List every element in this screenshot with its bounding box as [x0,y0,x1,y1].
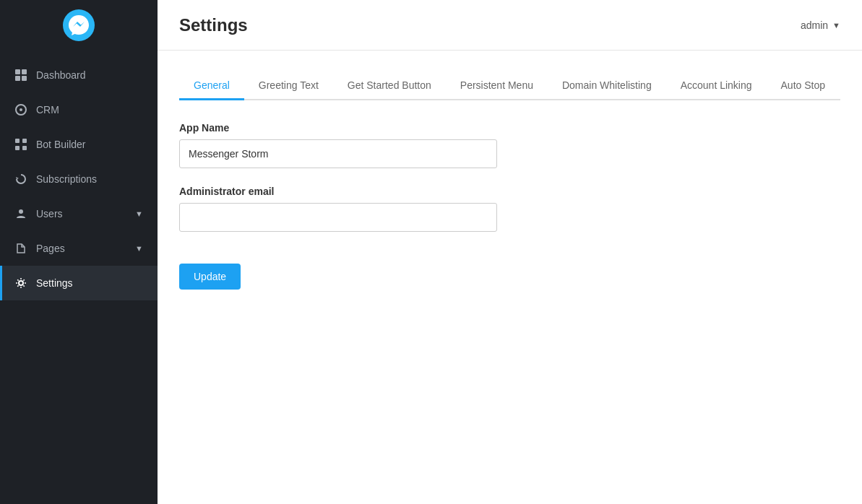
sidebar: Dashboard CRM Bot Builder Subscriptions … [0,0,158,504]
tab-account-linking[interactable]: Account Linking [666,72,767,100]
sidebar-logo [0,0,158,51]
svg-rect-10 [22,146,27,150]
sidebar-item-label: Settings [36,277,73,289]
pages-dropdown-arrow: ▼ [135,244,143,253]
tab-greeting-text[interactable]: Greeting Text [244,72,333,100]
svg-rect-1 [15,69,20,74]
sidebar-item-users[interactable]: Users ▼ [0,196,158,231]
header: Settings admin ▼ [158,0,862,51]
sidebar-item-settings[interactable]: Settings [0,266,158,300]
tab-general[interactable]: General [179,72,244,100]
tab-auto-stop[interactable]: Auto Stop [767,72,840,100]
sidebar-item-label: Bot Builder [36,139,85,150]
admin-menu[interactable]: admin ▼ [801,19,840,31]
admin-email-label: Administrator email [179,186,840,197]
svg-rect-3 [15,76,20,81]
dashboard-icon [14,69,27,82]
tab-domain-whitelisting[interactable]: Domain Whitelisting [548,72,666,100]
sidebar-item-label: Dashboard [36,69,86,81]
svg-rect-4 [22,76,27,81]
sidebar-item-pages[interactable]: Pages ▼ [0,231,158,266]
update-button[interactable]: Update [179,264,241,290]
settings-tabs: General Greeting Text Get Started Button… [179,72,840,100]
settings-icon [14,277,27,290]
svg-rect-7 [15,139,20,143]
bot-builder-icon [14,138,27,151]
sidebar-item-label: CRM [36,104,59,116]
sidebar-item-label: Pages [36,243,65,254]
app-name-label: App Name [179,122,840,134]
app-name-group: App Name [179,122,840,168]
svg-rect-8 [22,139,27,143]
sidebar-item-crm[interactable]: CRM [0,92,158,127]
svg-rect-2 [22,69,27,74]
svg-rect-9 [15,146,20,150]
logo-icon [61,8,96,43]
admin-email-group: Administrator email [179,186,840,232]
page-title: Settings [179,15,248,35]
pages-icon [14,242,27,255]
sidebar-item-label: Users [36,208,63,220]
sidebar-item-bot-builder[interactable]: Bot Builder [0,127,158,162]
sidebar-item-dashboard[interactable]: Dashboard [0,58,158,92]
users-icon [14,207,27,220]
admin-label: admin [801,19,828,31]
sidebar-item-label: Subscriptions [36,173,97,185]
content-area: General Greeting Text Get Started Button… [158,51,862,504]
tab-persistent-menu[interactable]: Persistent Menu [446,72,548,100]
app-name-input[interactable] [179,139,497,168]
sidebar-navigation: Dashboard CRM Bot Builder Subscriptions … [0,58,158,300]
admin-dropdown-arrow-icon: ▼ [832,21,840,30]
subscriptions-icon [14,173,27,186]
svg-point-6 [20,108,22,111]
admin-email-input[interactable] [179,203,497,232]
crm-icon [14,103,27,116]
sidebar-item-subscriptions[interactable]: Subscriptions [0,162,158,196]
users-dropdown-arrow: ▼ [135,209,143,218]
svg-point-11 [19,209,23,214]
main-content: Settings admin ▼ General Greeting Text G… [158,0,862,504]
tab-get-started-button[interactable]: Get Started Button [333,72,446,100]
